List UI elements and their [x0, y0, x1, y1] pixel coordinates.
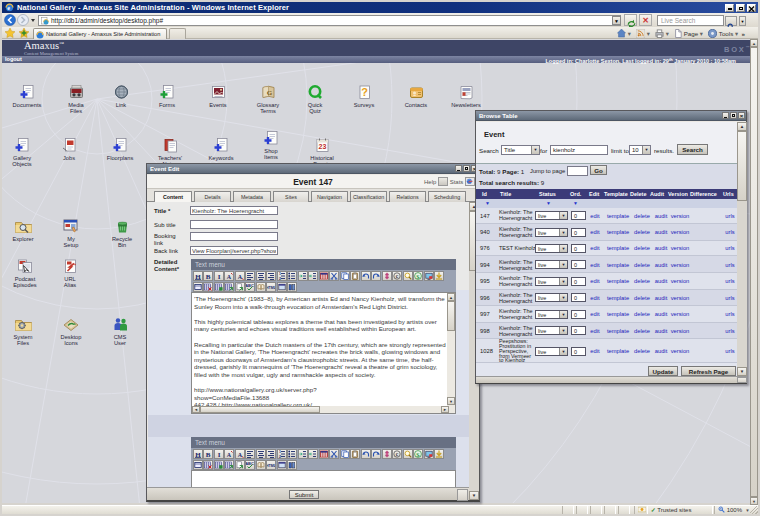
svg-text:2: 2: [279, 455, 281, 458]
svg-text:c: c: [396, 451, 399, 457]
svg-text:I: I: [217, 451, 220, 459]
svg-text:?: ?: [361, 86, 368, 98]
svg-text:c: c: [396, 273, 399, 279]
svg-text:2: 2: [279, 277, 281, 280]
svg-text:1: 1: [279, 272, 281, 276]
svg-text:A: A: [227, 452, 232, 458]
svg-text:ABC: ABC: [246, 461, 254, 466]
svg-text:HTML: HTML: [267, 464, 275, 468]
svg-text:H: H: [195, 273, 201, 281]
svg-text:23: 23: [318, 143, 326, 150]
svg-text:I: I: [217, 273, 220, 281]
svg-text:HTML: HTML: [267, 286, 275, 290]
svg-text:ABC: ABC: [246, 283, 254, 288]
svg-text:B: B: [206, 273, 211, 281]
svg-text:B: B: [206, 451, 211, 459]
svg-text:H: H: [195, 451, 201, 459]
svg-text:A: A: [227, 274, 232, 280]
svg-text:G: G: [266, 89, 272, 97]
svg-text:e: e: [7, 4, 10, 11]
svg-text:1: 1: [279, 450, 281, 454]
